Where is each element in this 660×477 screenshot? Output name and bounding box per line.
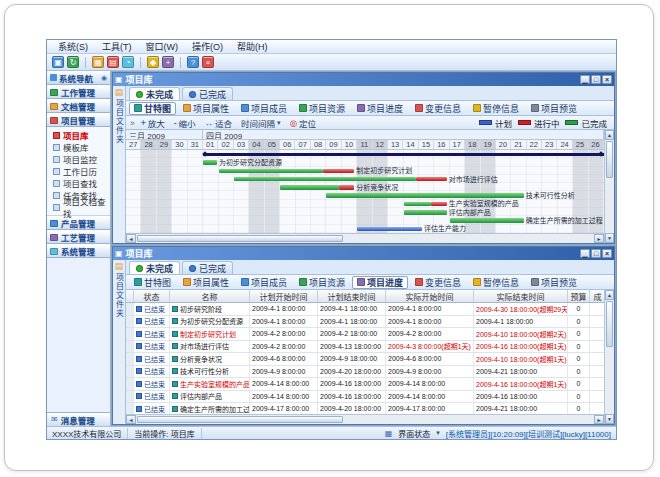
gantt-bar[interactable] bbox=[326, 193, 523, 198]
gantt-bar[interactable] bbox=[234, 177, 416, 182]
scroll-left-button[interactable]: ◄ bbox=[126, 415, 136, 424]
gantt-bar[interactable] bbox=[404, 210, 447, 215]
gantt-bar[interactable] bbox=[280, 185, 339, 190]
gantt-bar[interactable] bbox=[203, 153, 604, 156]
sidebar-item-project-search[interactable]: 项目查找 bbox=[47, 177, 110, 189]
gantt-tool-zoom-out[interactable]: -缩小 bbox=[171, 117, 199, 129]
scroll-track[interactable] bbox=[136, 415, 594, 424]
table-row[interactable]: 已结束制定初步研究计划2009-4-2 8:00:002009-4-2 18:0… bbox=[126, 328, 604, 341]
minimize-button[interactable]: ▁ bbox=[580, 249, 590, 258]
table-row[interactable]: 已结束评估内部产品2009-4-14 8:00:002009-4-16 18:0… bbox=[126, 391, 604, 404]
chevron-icon[interactable]: » bbox=[130, 118, 135, 128]
subtab-progress[interactable]: 项目进度 bbox=[352, 276, 408, 289]
sidebar-group-process[interactable]: 工艺管理 bbox=[47, 230, 110, 244]
gantt-bar[interactable] bbox=[416, 177, 447, 182]
gantt-bar[interactable] bbox=[404, 202, 432, 207]
gantt-hscrollbar[interactable]: ◄ ► bbox=[126, 233, 604, 243]
gantt-bar[interactable] bbox=[339, 185, 354, 190]
subtab-changes[interactable]: 变更信息 bbox=[410, 276, 466, 289]
column-header[interactable]: 实际开始时间 bbox=[386, 290, 474, 302]
sidebar-group-document[interactable]: 文档管理 bbox=[47, 99, 110, 113]
column-header[interactable]: 计划开始时间 bbox=[250, 290, 318, 302]
minimize-button[interactable]: ▁ bbox=[580, 75, 590, 84]
gantt-bar[interactable] bbox=[203, 160, 217, 165]
table-row[interactable]: 已结束生产实验室规模的产品2009-4-14 8:00:002009-4-16 … bbox=[126, 378, 604, 391]
table-row[interactable]: 已结束为初步研究分配资源2009-4-1 8:00:002009-4-1 18:… bbox=[126, 316, 604, 329]
column-header[interactable] bbox=[126, 290, 134, 302]
scroll-thumb[interactable] bbox=[606, 301, 613, 347]
scroll-down-button[interactable]: ▼ bbox=[605, 414, 614, 424]
scroll-track[interactable] bbox=[605, 140, 614, 233]
subtab-preview[interactable]: 项目预览 bbox=[526, 276, 582, 289]
tab-unfinished[interactable]: 未完成 bbox=[129, 261, 180, 274]
sidebar-group-project[interactable]: 项目管理 bbox=[47, 113, 110, 127]
table-row[interactable]: 已结束确定生产所需的加工过程2009-4-17 8:00:002009-4-20… bbox=[126, 403, 604, 414]
column-header[interactable]: 状态 bbox=[134, 290, 170, 302]
table-window-titlebar[interactable]: ▣ 项目库 ▁ □ × bbox=[113, 247, 614, 260]
table-vscrollbar[interactable]: ▲ ▼ bbox=[604, 290, 614, 424]
subtab-resources[interactable]: 项目资源 bbox=[294, 102, 350, 115]
ui-state-label[interactable]: 界面状态 bbox=[398, 428, 430, 439]
subtab-pauses[interactable]: 暂停信息 bbox=[468, 102, 524, 115]
scroll-right-button[interactable]: ► bbox=[594, 415, 604, 424]
subtab-gantt[interactable]: 甘特图 bbox=[129, 276, 176, 289]
subtab-preview[interactable]: 项目预览 bbox=[526, 102, 582, 115]
sidebar-item-project-monitor[interactable]: 项目监控 bbox=[47, 153, 110, 165]
refresh-icon[interactable]: ↻ bbox=[67, 56, 79, 68]
sidebar-item-template-library[interactable]: 模板库 bbox=[47, 141, 110, 153]
gantt-window-titlebar[interactable]: ▣ 项目库 ▁ □ × bbox=[113, 73, 614, 86]
subtab-pauses[interactable]: 暂停信息 bbox=[468, 276, 524, 289]
settings-icon[interactable]: + bbox=[162, 56, 174, 68]
org-icon[interactable]: ▦ bbox=[92, 56, 104, 68]
menu-item[interactable]: 工具(T) bbox=[95, 40, 139, 54]
gantt-bar[interactable] bbox=[450, 218, 524, 223]
scroll-right-button[interactable]: ► bbox=[594, 234, 604, 243]
sidebar-tab-messages[interactable]: ✉ 消息管理 bbox=[47, 412, 110, 426]
sidebar-group-work[interactable]: 工作管理 bbox=[47, 85, 110, 99]
scroll-down-button[interactable]: ▼ bbox=[605, 233, 614, 243]
sidebar-item-project-doc-search[interactable]: 项目文档查找 bbox=[47, 201, 110, 213]
gantt-tool-zoom-in[interactable]: +放大 bbox=[138, 117, 168, 129]
scroll-thumb[interactable] bbox=[137, 235, 343, 242]
scroll-left-button[interactable]: ◄ bbox=[126, 234, 136, 243]
gantt-bar[interactable] bbox=[219, 169, 324, 174]
tab-finished[interactable]: 已完成 bbox=[182, 261, 233, 274]
gantt-tool-fit[interactable]: ↔适合 bbox=[202, 117, 236, 129]
gantt-bar[interactable] bbox=[431, 202, 446, 207]
maximize-button[interactable]: □ bbox=[591, 249, 601, 258]
folder-strip[interactable]: ▤ 项目文件夹 bbox=[113, 260, 126, 424]
gantt-bar[interactable] bbox=[323, 169, 354, 174]
menu-item[interactable]: 窗口(W) bbox=[139, 40, 186, 54]
subtab-resources[interactable]: 项目资源 bbox=[294, 276, 350, 289]
menu-item[interactable]: 系统(S) bbox=[51, 40, 95, 54]
exit-icon[interactable]: × bbox=[202, 56, 214, 68]
calendar-icon[interactable]: ▤ bbox=[107, 56, 119, 68]
subtab-members[interactable]: 项目成员 bbox=[236, 276, 292, 289]
scroll-track[interactable] bbox=[605, 300, 614, 414]
scroll-up-button[interactable]: ▲ bbox=[605, 290, 614, 300]
menu-item[interactable]: 帮助(H) bbox=[230, 40, 275, 54]
column-header[interactable]: 预算 bbox=[568, 290, 590, 302]
table-row[interactable]: 已结束对市场进行评估2009-4-2 8:00:002009-4-13 18:0… bbox=[126, 341, 604, 354]
column-header[interactable]: 成 bbox=[590, 290, 604, 302]
sidebar-item-work-calendar[interactable]: 工作日历 bbox=[47, 165, 110, 177]
clock-icon[interactable]: ◔ bbox=[122, 56, 134, 68]
menu-item[interactable]: 操作(O) bbox=[185, 40, 230, 54]
help-icon[interactable]: ? bbox=[187, 56, 199, 68]
folder-strip[interactable]: ▤ 项目文件夹 bbox=[113, 86, 126, 243]
scroll-thumb[interactable] bbox=[137, 416, 343, 423]
close-button[interactable]: × bbox=[602, 75, 612, 84]
scroll-track[interactable] bbox=[136, 234, 594, 243]
close-button[interactable]: × bbox=[602, 249, 612, 258]
scroll-up-button[interactable]: ▲ bbox=[605, 130, 614, 140]
scroll-thumb[interactable] bbox=[606, 141, 613, 178]
table-row[interactable]: 已结束分析竞争状况2009-4-6 8:00:002009-4-9 18:00:… bbox=[126, 353, 604, 366]
gantt-bar[interactable] bbox=[357, 227, 422, 232]
gantt-tool-interval[interactable]: 时间间隔▾ bbox=[238, 117, 284, 129]
subtab-properties[interactable]: 项目属性 bbox=[178, 276, 234, 289]
sidebar-group-system[interactable]: 系统管理 bbox=[47, 244, 110, 258]
subtab-gantt[interactable]: 甘特图 bbox=[129, 102, 176, 115]
table-row[interactable]: 已结束初步研究阶段2009-4-1 8:00:002009-4-1 18:00:… bbox=[126, 303, 604, 316]
sidebar-item-project-library[interactable]: 项目库 bbox=[47, 129, 110, 141]
tab-finished[interactable]: 已完成 bbox=[182, 87, 233, 100]
